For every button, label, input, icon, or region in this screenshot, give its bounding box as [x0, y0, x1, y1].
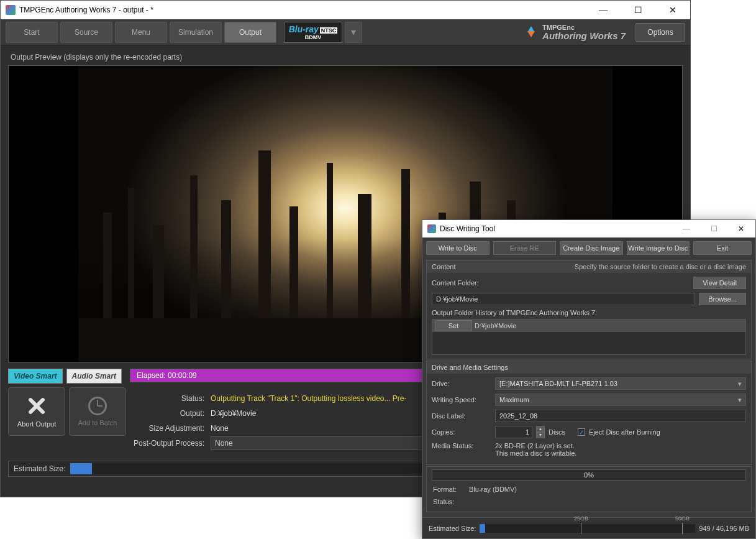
tick-25gb: 25GB [574, 515, 588, 522]
video-smart-badge: Video Smart [8, 369, 63, 384]
copies-label: Copies: [432, 428, 491, 436]
batch-label: Add to Batch [78, 419, 117, 426]
abort-label: Abort Output [17, 420, 56, 428]
dlg-est-size: 949 / 46,196 MB [699, 525, 749, 532]
tab-write-image-to-disc[interactable]: Write Image to Disc [627, 241, 690, 255]
dialog-tabs: Write to Disc Erase RE Create Disc Image… [422, 237, 755, 259]
dlg-status-label: Status: [433, 498, 464, 505]
dlg-close-button[interactable]: ✕ [732, 224, 750, 233]
dlg-maximize-button[interactable]: ☐ [704, 224, 723, 233]
view-detail-button[interactable]: View Detail [693, 277, 746, 289]
size-adj-label: Size Adjustment: [130, 424, 211, 433]
format-bdmv: BDMV [305, 34, 322, 40]
status-value: Outputting Track "Track 1": Outputting l… [211, 394, 407, 403]
dlg-est-bar: 25GB 50GB [480, 524, 695, 533]
status-label: Status: [130, 394, 211, 403]
format-ntsc: NTSC [320, 27, 338, 34]
drive-label: Drive: [432, 380, 491, 387]
est-size-label: Estimated Size: [14, 464, 65, 473]
dialog-app-icon [427, 224, 436, 233]
drive-select[interactable]: [E:]MATSHITA BD-MLT LF-PB271 1.03 [495, 377, 746, 390]
maximize-button[interactable]: ☐ [626, 5, 650, 15]
left-controls: Video Smart Audio Smart Abort Output Add… [8, 369, 126, 436]
nav-simulation[interactable]: Simulation [170, 22, 222, 43]
dialog-titlebar: Disc Writing Tool — ☐ ✕ [422, 220, 755, 237]
media-status-value: 2x BD-RE (2 Layer) is set.This media dis… [495, 442, 576, 457]
content-hint: Specify the source folder to create a di… [575, 263, 746, 270]
history-list: Set D:¥job¥Movie [432, 319, 746, 355]
eject-label: Eject Disc after Burning [589, 428, 660, 436]
nav-start[interactable]: Start [6, 22, 58, 43]
format-bluray: Blu-ray [289, 24, 319, 34]
tab-exit[interactable]: Exit [693, 241, 752, 255]
output-label: Output: [130, 409, 211, 418]
history-set-button[interactable]: Set [435, 320, 472, 331]
abort-icon [26, 395, 47, 417]
elapsed-label: Elapsed: 00:00:09 [137, 371, 197, 380]
tab-erase-re[interactable]: Erase RE [493, 241, 557, 255]
speed-select[interactable]: Maximum [495, 394, 746, 406]
content-panel: ContentSpecify the source folder to crea… [426, 260, 752, 359]
abort-output-button[interactable]: Abort Output [8, 387, 65, 436]
speed-label: Writing Speed: [432, 396, 491, 403]
brand: TMPGEncAuthoring Works 7 Options [525, 23, 685, 42]
tab-write-to-disc[interactable]: Write to Disc [426, 241, 490, 255]
content-header: Content [432, 263, 456, 270]
brand-line2: Authoring Works 7 [542, 30, 626, 41]
format-label: Format: [433, 486, 464, 493]
dialog-title: Disc Writing Tool [440, 224, 495, 233]
format-indicator: Blu-rayNTSC BDMV [284, 22, 342, 43]
drive-header: Drive and Media Settings [432, 364, 508, 371]
format-dropdown[interactable]: ▾ [345, 22, 362, 43]
history-path: D:¥job¥Movie [475, 322, 516, 329]
copies-input[interactable] [495, 426, 532, 438]
nav-menu[interactable]: Menu [115, 22, 167, 43]
content-folder-label: Content Folder: [432, 279, 491, 287]
copies-spinner[interactable]: ▲▼ [536, 426, 545, 438]
tick-50gb: 50GB [675, 515, 690, 522]
media-status-label: Media Status: [432, 442, 491, 449]
eject-checkbox[interactable]: ✓ [578, 428, 585, 436]
history-row[interactable]: Set D:¥job¥Movie [432, 320, 745, 332]
disc-writing-dialog: Disc Writing Tool — ☐ ✕ Write to Disc Er… [422, 219, 756, 539]
post-proc-label: Post-Output Process: [130, 439, 211, 448]
nav-source[interactable]: Source [60, 22, 112, 43]
batch-icon [88, 397, 107, 415]
discs-label: Discs [549, 428, 565, 436]
brand-logo-icon [525, 26, 537, 39]
tab-create-disc-image[interactable]: Create Disc Image [560, 241, 623, 255]
drive-panel: Drive and Media Settings Drive:[E:]MATSH… [426, 361, 752, 465]
titlebar: TMPGEnc Authoring Works 7 - output - * —… [1, 1, 690, 19]
dlg-minimize-button[interactable]: — [677, 224, 696, 233]
toolbar: Start Source Menu Simulation Output Blu-… [1, 19, 690, 45]
dialog-est-row: Estimated Size: 25GB 50GB 949 / 46,196 M… [422, 517, 755, 538]
audio-smart-badge: Audio Smart [66, 369, 122, 384]
options-button[interactable]: Options [635, 23, 685, 42]
nav-output[interactable]: Output [224, 22, 276, 43]
browse-button[interactable]: Browse... [699, 293, 746, 305]
window-title: TMPGEnc Authoring Works 7 - output - * [19, 6, 153, 14]
history-label: Output Folder History of TMPGEnc Authori… [432, 309, 746, 316]
format-value: Blu-ray (BDMV) [469, 486, 517, 493]
size-adj-value: None [211, 424, 229, 433]
content-folder-input[interactable] [432, 293, 695, 305]
disc-label-input[interactable] [495, 410, 746, 422]
close-button[interactable]: ✕ [660, 5, 685, 15]
app-icon [6, 5, 16, 15]
burn-progress-bar: 0% [432, 469, 746, 481]
minimize-button[interactable]: — [591, 5, 616, 15]
dlg-est-label: Estimated Size: [429, 525, 476, 532]
progress-panel: 0% Format:Blu-ray (BDMV) Status: [426, 466, 752, 512]
add-to-batch-button[interactable]: Add to Batch [69, 387, 126, 436]
preview-label: Output Preview (displays only the re-enc… [8, 49, 683, 65]
window-controls: — ☐ ✕ [591, 5, 685, 15]
output-value: D:¥job¥Movie [211, 409, 256, 418]
disc-label-label: Disc Label: [432, 412, 491, 420]
